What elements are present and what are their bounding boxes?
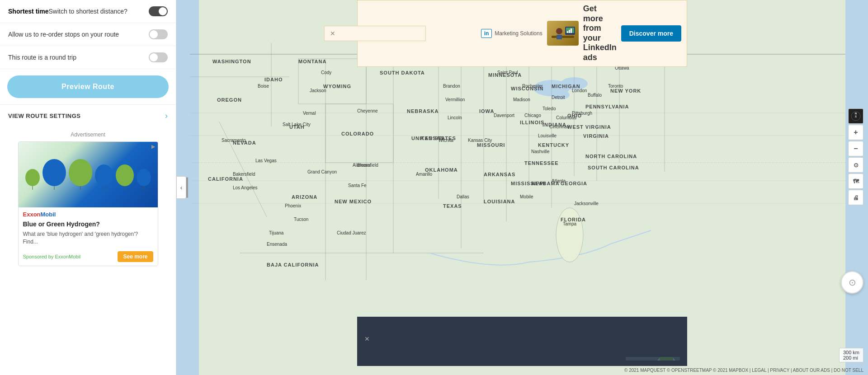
compass-icon: N xyxy=(851,111,861,121)
route-settings-chevron-icon: › xyxy=(165,111,168,121)
balloon-green-lg xyxy=(69,159,92,186)
ad-illustration-svg xyxy=(549,22,576,45)
svg-text:N: N xyxy=(855,112,857,115)
compass-control[interactable]: N xyxy=(848,108,863,124)
shortest-time-label-prefix: Shortest time xyxy=(8,8,48,15)
round-trip-label: This route is a round trip xyxy=(8,54,76,61)
svg-rect-38 xyxy=(567,31,568,33)
shortest-time-row: Shortest timeSwitch to shortest distance… xyxy=(0,0,176,23)
advertisement-section: Advertisement ▶ ExxonMobil Blue or Gree xyxy=(0,127,176,269)
exxon-text: Exxon xyxy=(23,211,41,218)
map-style-button[interactable]: 🗺 xyxy=(848,173,863,189)
map-footer: © 2021 MAPQUEST © OPENSTREETMAP © 2021 M… xyxy=(624,368,863,373)
top-ad-close-icon[interactable]: ✕ xyxy=(324,26,426,41)
round-trip-toggle[interactable] xyxy=(149,52,168,62)
ad-card-title: Blue or Green Hydrogen? xyxy=(19,219,158,230)
reorder-stops-label: Allow us to re-order stops on your route xyxy=(8,31,119,38)
ad-card-image xyxy=(19,142,158,207)
ad-balloons xyxy=(25,159,151,191)
svg-point-4 xyxy=(552,90,570,99)
top-ad-banner: ⓘ ✕ in Marketing Solutions Get more xyxy=(357,0,687,67)
shortest-time-label: Shortest timeSwitch to shortest distance… xyxy=(8,8,127,15)
ad-card: ▶ ExxonMobil Blue or Green Hydrogen? Wha… xyxy=(18,141,158,266)
ad-card-logo: ExxonMobil xyxy=(19,207,158,219)
map-copyright: © 2021 MAPQUEST © OPENSTREETMAP © 2021 M… xyxy=(624,368,863,373)
map-area[interactable]: OREGONIDAHONEVADACALIFORNIAUTAHARIZONACO… xyxy=(176,0,868,375)
balloon-green-sm xyxy=(25,169,40,186)
balloon-blue-lg xyxy=(42,159,66,186)
advertisement-label: Advertisement xyxy=(71,131,105,138)
ad-card-description: What are 'blue hydrogen' and 'green hydr… xyxy=(19,230,158,248)
svg-point-34 xyxy=(556,28,562,34)
svg-rect-33 xyxy=(552,36,574,38)
top-ad-text-block: Get more from your LinkedIn ads xyxy=(583,4,617,63)
print-button[interactable]: 🖨 xyxy=(848,190,863,205)
route-settings-label: VIEW ROUTE SETTINGS xyxy=(8,112,80,119)
linkedin-logo-top: in xyxy=(481,29,492,38)
sponsored-label: Sponsored by ExxonMobil xyxy=(23,254,81,259)
svg-point-20 xyxy=(556,208,583,262)
collapse-panel-button[interactable]: ‹ xyxy=(176,176,186,199)
bottom-ad-banner: ✕ ⓘ in Marketing Solutions Set goals, dr… xyxy=(357,317,687,366)
reorder-stops-toggle[interactable] xyxy=(149,29,168,39)
linkedin-logo-container: in Marketing Solutions xyxy=(481,29,542,38)
map-controls: N + − ⊙ 🗺 🖨 xyxy=(848,108,863,205)
scale-bar: 300 km 200 mi xyxy=(839,348,863,362)
top-ad-illustration xyxy=(547,21,579,46)
exxon-brand-label: ExxonMobil xyxy=(23,211,56,218)
discover-more-button[interactable]: Discover more xyxy=(621,25,681,42)
balloon-green-md xyxy=(116,164,134,186)
balloon-blue-sm xyxy=(137,169,151,186)
zoom-in-button[interactable]: + xyxy=(848,125,863,140)
scale-mi: 200 mi xyxy=(843,355,859,361)
see-more-button[interactable]: See more xyxy=(118,251,153,262)
top-ad-headline: Get more from your LinkedIn ads xyxy=(583,4,617,63)
round-trip-row: This route is a round trip xyxy=(0,46,176,69)
bottom-ad-close-icon[interactable]: ✕ xyxy=(357,320,687,357)
expand-panel-button[interactable]: ⊙ xyxy=(841,271,863,294)
svg-rect-39 xyxy=(569,30,570,33)
balloon-blue-md xyxy=(95,164,113,186)
preview-route-button[interactable]: Preview Route xyxy=(7,75,169,98)
route-settings-row[interactable]: VIEW ROUTE SETTINGS › xyxy=(0,104,176,127)
ad-marker[interactable]: ▶ xyxy=(151,144,155,150)
scale-km: 300 km xyxy=(843,350,859,355)
left-panel: Shortest timeSwitch to shortest distance… xyxy=(0,0,176,375)
shortest-time-label-suffix: Switch to shortest distance? xyxy=(48,8,127,15)
svg-rect-40 xyxy=(571,28,572,33)
svg-rect-35 xyxy=(557,35,562,39)
reorder-stops-row: Allow us to re-order stops on your route xyxy=(0,23,176,46)
zoom-out-button[interactable]: − xyxy=(848,141,863,156)
locate-button[interactable]: ⊙ xyxy=(848,157,863,173)
shortest-time-toggle[interactable] xyxy=(149,6,168,16)
mobil-text: Mobil xyxy=(41,211,56,218)
linkedin-label-top: Marketing Solutions xyxy=(495,30,542,37)
ad-card-footer: Sponsored by ExxonMobil See more xyxy=(19,248,158,266)
